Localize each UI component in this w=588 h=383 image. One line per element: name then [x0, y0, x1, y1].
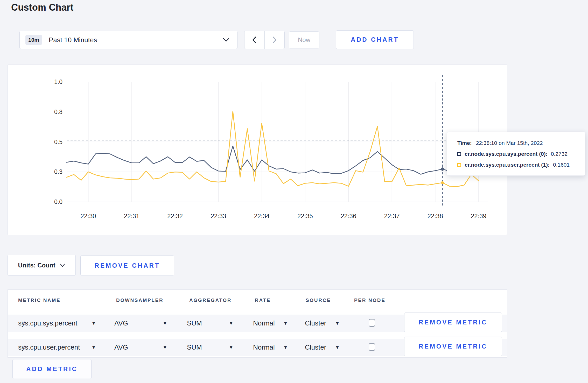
- x-axis-tick-label: 22:32: [167, 212, 183, 219]
- metric-name-value: sys.cpu.user.percent: [18, 339, 80, 356]
- chevron-down-icon: [60, 264, 65, 267]
- x-axis-tick-label: 22:38: [428, 212, 443, 219]
- clear-metric-icon[interactable]: ×: [21, 339, 25, 356]
- column-header-aggregator: AGGREGATOR: [189, 297, 232, 303]
- time-back-button[interactable]: [244, 31, 264, 49]
- metric-name-caret-icon[interactable]: ▾: [92, 339, 95, 356]
- series-swatch-icon: [457, 152, 461, 156]
- time-range-dropdown[interactable]: 10m Past 10 Minutes: [19, 31, 237, 49]
- tooltip-time-label: Time:: [457, 140, 472, 146]
- y-axis-tick-label: 0.0: [54, 198, 62, 205]
- x-axis-tick-label: 22:39: [471, 212, 486, 219]
- remove-chart-button[interactable]: REMOVE CHART: [80, 256, 174, 275]
- series-line-cr.node.sys.cpu.sys.percent: [67, 146, 479, 174]
- chevron-down-icon: [223, 38, 229, 43]
- tooltip-series-name: cr.node.sys.cpu.sys.percent (0):: [465, 151, 548, 157]
- aggregator-caret-icon[interactable]: ▾: [230, 339, 233, 356]
- y-axis-tick-label: 1.0: [54, 79, 62, 85]
- time-range-badge: 10m: [25, 35, 42, 45]
- chart-card: 0.00.30.50.81.022:3022:3122:3222:3322:34…: [8, 65, 507, 235]
- source-select[interactable]: Cluster: [305, 339, 326, 356]
- time-forward-button[interactable]: [264, 31, 285, 49]
- x-axis-tick-label: 22:37: [384, 212, 400, 219]
- column-header-downsampler: DOWNSAMPLER: [116, 297, 163, 303]
- toolbar-divider: [8, 29, 8, 49]
- chevron-left-icon: [253, 37, 256, 43]
- y-axis-tick-label: 0.8: [54, 109, 62, 115]
- x-axis-tick-label: 22:36: [341, 212, 356, 219]
- tooltip-series-value: 0.1601: [553, 162, 570, 168]
- chart-tooltip: Time: 22:38:10 on Mar 15th, 2022 cr.node…: [447, 132, 585, 176]
- per-node-checkbox[interactable]: [369, 319, 375, 327]
- units-label: Units: Count: [18, 262, 55, 269]
- series-line-cr.node.sys.cpu.user.percent: [67, 111, 479, 187]
- downsampler-caret-icon[interactable]: ▾: [164, 339, 166, 356]
- downsampler-select[interactable]: AVG: [114, 339, 128, 356]
- now-button[interactable]: Now: [289, 31, 319, 48]
- metric-name-value: sys.cpu.sys.percent: [18, 315, 77, 332]
- aggregator-caret-icon[interactable]: ▾: [230, 315, 233, 332]
- rate-select[interactable]: Normal: [253, 339, 275, 356]
- rate-caret-icon[interactable]: ▾: [284, 339, 287, 356]
- units-dropdown[interactable]: Units: Count: [8, 255, 76, 276]
- add-chart-button[interactable]: ADD CHART: [336, 30, 414, 49]
- rate-select[interactable]: Normal: [253, 315, 275, 332]
- source-caret-icon[interactable]: ▾: [336, 315, 339, 332]
- per-node-checkbox[interactable]: [369, 343, 375, 351]
- timeseries-chart[interactable]: 0.00.30.50.81.022:3022:3122:3222:3322:34…: [8, 65, 507, 235]
- aggregator-select[interactable]: SUM: [187, 339, 202, 356]
- remove-metric-button[interactable]: REMOVE METRIC: [404, 337, 502, 356]
- column-header-rate: RATE: [255, 297, 271, 303]
- remove-metric-button[interactable]: REMOVE METRIC: [404, 313, 502, 332]
- series-swatch-icon: [457, 163, 461, 167]
- time-range-label: Past 10 Minutes: [49, 36, 97, 44]
- add-metric-button[interactable]: ADD METRIC: [12, 359, 92, 379]
- tooltip-time-value: 22:38:10 on Mar 15th, 2022: [476, 140, 543, 146]
- tooltip-series-name: cr.node.sys.cpu.user.percent (1):: [465, 162, 550, 168]
- time-nav-arrows: [244, 31, 285, 49]
- metric-name-caret-icon[interactable]: ▾: [92, 315, 95, 332]
- hover-point: [441, 167, 444, 171]
- x-axis-tick-label: 22:30: [81, 212, 96, 219]
- source-caret-icon[interactable]: ▾: [336, 339, 339, 356]
- x-axis-tick-label: 22:33: [211, 212, 226, 219]
- x-axis-tick-label: 22:34: [254, 212, 270, 219]
- downsampler-select[interactable]: AVG: [114, 315, 128, 332]
- x-axis-tick-label: 22:31: [124, 212, 139, 219]
- rate-caret-icon[interactable]: ▾: [284, 315, 287, 332]
- source-select[interactable]: Cluster: [305, 315, 326, 332]
- metrics-table: METRIC NAME DOWNSAMPLER AGGREGATOR RATE …: [8, 289, 507, 358]
- downsampler-caret-icon[interactable]: ▾: [164, 315, 166, 332]
- tooltip-series-value: 0.2732: [551, 151, 568, 157]
- page-title: Custom Chart: [11, 2, 73, 13]
- column-header-per-node: PER NODE: [354, 297, 386, 303]
- column-header-metric-name: METRIC NAME: [18, 297, 60, 303]
- clear-metric-icon[interactable]: ×: [21, 315, 25, 332]
- x-axis-tick-label: 22:35: [297, 212, 313, 219]
- aggregator-select[interactable]: SUM: [187, 315, 202, 332]
- chevron-right-icon: [273, 37, 276, 43]
- y-axis-tick-label: 0.3: [54, 168, 62, 175]
- hover-point: [441, 181, 444, 184]
- column-header-source: SOURCE: [306, 297, 331, 303]
- y-axis-tick-label: 0.5: [54, 139, 62, 145]
